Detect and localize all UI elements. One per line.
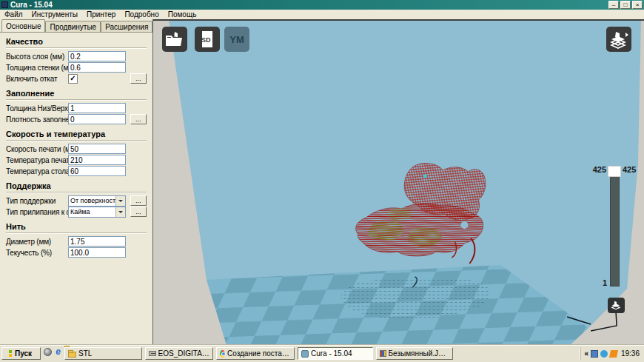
browser-icon [220, 350, 225, 358]
save-sd-button[interactable]: SD [195, 27, 220, 52]
fill-more-button[interactable]: ... [130, 114, 147, 124]
support-type-select[interactable]: От поверхности [68, 195, 126, 207]
taskbar-button-stl[interactable]: STL [64, 347, 142, 360]
layers-icon [611, 300, 622, 311]
cura-icon [301, 350, 309, 358]
minimize-button[interactable]: – [608, 1, 619, 9]
clock: 19:36 [621, 349, 640, 358]
menu-tools[interactable]: Инструменты [27, 10, 82, 19]
scene-render [153, 19, 644, 345]
tray-icon-2[interactable] [600, 350, 608, 358]
support-type-label: Тип поддержки [6, 197, 56, 205]
taskbar-button-paint[interactable]: Безымянный.JPG - Paint [376, 347, 453, 360]
load-model-button[interactable] [162, 27, 187, 52]
wall-thickness-input[interactable] [68, 62, 126, 73]
filament-flow-label: Текучесть (%) [6, 249, 52, 257]
drive-icon [149, 351, 156, 356]
view-mode-button[interactable] [606, 27, 631, 52]
filament-diameter-label: Диаметр (мм) [6, 238, 51, 246]
layer-max-label: 425 [623, 165, 636, 174]
layer-min-label: 1 [589, 278, 607, 287]
section-quality: Качество [6, 37, 147, 48]
layer-height-label: Высота слоя (мм) [6, 53, 64, 61]
platform-adhesion-select[interactable]: Кайма [68, 207, 126, 218]
chevron-down-icon [115, 196, 125, 206]
close-button[interactable]: × [632, 1, 643, 9]
layer-slider-track[interactable] [610, 167, 620, 286]
tab-plugins[interactable]: Расширения [101, 21, 152, 32]
taskbar-button-google-post[interactable]: Создание поста - Google... [216, 347, 295, 360]
settings-panel: Основные Продвинутые Расширения Start/En… [0, 19, 152, 345]
filament-flow-input[interactable] [68, 247, 126, 258]
bed-temperature-input[interactable] [68, 166, 126, 176]
cura-app-icon [1, 1, 8, 8]
menubar: Файл Инструменты Принтер Подробно Помощь [0, 10, 644, 19]
windows-logo-icon [5, 350, 13, 358]
quick-launch-app-icon[interactable] [44, 348, 52, 356]
chevron-down-icon [115, 207, 125, 217]
print-temperature-input[interactable] [68, 155, 126, 165]
build-area-canvas[interactable]: SD YM 425 425 1 [152, 19, 644, 345]
section-speed-temp: Скорость и температура [6, 130, 147, 141]
section-support: Поддержка [6, 181, 147, 192]
start-button[interactable]: Пуск [1, 347, 41, 360]
system-tray: « 19:36 [580, 347, 643, 360]
menu-printer[interactable]: Принтер [82, 10, 120, 19]
retraction-checkbox[interactable]: ✓ [68, 74, 78, 84]
tray-expand-chevron[interactable]: « [584, 349, 588, 358]
screen: Cura - 15.04 – □ × Файл Инструменты Прин… [0, 0, 644, 362]
print-speed-input[interactable] [68, 144, 126, 154]
retraction-more-button[interactable]: ... [130, 73, 147, 84]
taskbar-button-eos-digital[interactable]: EOS_DIGITAL (F:) [145, 347, 213, 360]
titlebar: Cura - 15.04 – □ × [0, 0, 644, 10]
bottom-top-thickness-input[interactable] [68, 103, 126, 113]
paint-icon [380, 350, 386, 357]
open-folder-icon [166, 31, 184, 47]
layer-slider-handle[interactable] [608, 166, 621, 177]
internet-explorer-icon[interactable]: e [54, 348, 62, 356]
youmagine-share-button: YM [224, 27, 249, 52]
settings-form: Качество Высота слоя (мм) Толщина стенки… [0, 32, 152, 345]
menu-help[interactable]: Помощь [164, 10, 201, 19]
support-more-button[interactable]: ... [130, 195, 147, 206]
retraction-label: Включить откат [6, 75, 57, 83]
section-fill: Заполнение [6, 89, 147, 100]
tray-icon-1[interactable] [591, 350, 598, 358]
tab-basic[interactable]: Основные [1, 19, 45, 32]
taskbar: Пуск e » STL EOS_DIGITAL (F:) Создание п… [0, 344, 644, 362]
tab-advanced[interactable]: Продвинутые [45, 21, 101, 32]
layer-height-input[interactable] [68, 51, 126, 61]
layer-current-label: 425 [581, 165, 606, 174]
menu-file[interactable]: Файл [0, 10, 27, 19]
window-title: Cura - 15.04 [10, 1, 53, 10]
taskbar-button-cura[interactable]: Cura - 15.04 [298, 347, 373, 360]
layer-view-mini-button[interactable] [608, 298, 625, 313]
wall-thickness-label: Толщина стенки (мм) [6, 64, 76, 72]
adhesion-more-button[interactable]: ... [130, 207, 147, 217]
layers-icon [609, 30, 628, 49]
filament-diameter-input[interactable] [68, 236, 126, 247]
maximize-button[interactable]: □ [620, 1, 631, 9]
tray-icon-3[interactable] [609, 350, 618, 358]
section-filament: Нить [6, 222, 147, 233]
menu-details[interactable]: Подробно [120, 10, 163, 19]
fill-density-input[interactable] [68, 114, 126, 124]
folder-icon [68, 352, 76, 358]
